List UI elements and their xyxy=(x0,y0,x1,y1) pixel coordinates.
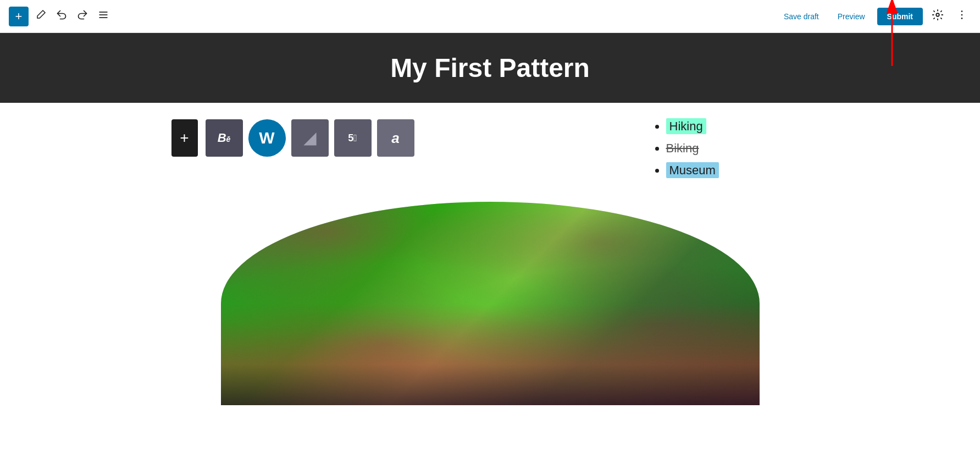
list-container: Hiking Biking Museum xyxy=(655,119,809,185)
settings-button[interactable] xyxy=(928,5,947,27)
title-bar: My First Pattern xyxy=(0,33,980,103)
hiking-item: Hiking xyxy=(666,118,706,134)
add-content-block-button[interactable]: + xyxy=(171,119,198,157)
image-background xyxy=(221,202,760,405)
wordpress-icon-block[interactable]: W xyxy=(248,119,286,157)
plus-icon: + xyxy=(15,9,23,24)
behance-icon-block[interactable]: Bē xyxy=(206,119,243,157)
bandcamp-symbol: ◢ xyxy=(304,129,316,147)
block-row: + Bē W ◢ 5⃝ a xyxy=(171,119,809,185)
undo-icon xyxy=(56,9,67,23)
add-block-button[interactable]: + xyxy=(9,7,29,26)
redo-icon xyxy=(77,9,88,23)
svg-point-8 xyxy=(961,18,963,19)
toolbar-right: Save draft Preview Submit xyxy=(777,5,971,27)
image-overlay-terrain xyxy=(221,303,760,405)
image-container xyxy=(221,202,760,405)
gear-icon xyxy=(932,9,944,24)
amazon-symbol: a xyxy=(391,130,399,147)
activity-list: Hiking Biking Museum xyxy=(655,119,809,178)
page-title: My First Pattern xyxy=(0,53,980,83)
bandcamp-icon-block[interactable]: ◢ xyxy=(291,119,329,157)
amazon-icon-block[interactable]: a xyxy=(377,119,414,157)
left-block: + Bē W ◢ 5⃝ a xyxy=(171,119,644,157)
svg-point-5 xyxy=(936,13,939,16)
list-view-button[interactable] xyxy=(95,6,112,26)
svg-point-6 xyxy=(961,10,963,12)
toolbar-left: + xyxy=(9,6,112,26)
hero-image xyxy=(221,202,760,405)
submit-button[interactable]: Submit xyxy=(877,8,923,25)
toolbar: + xyxy=(0,0,980,33)
preview-button[interactable]: Preview xyxy=(831,8,872,25)
ellipsis-icon xyxy=(956,9,968,24)
behance-symbol: Bē xyxy=(218,131,231,145)
redo-button[interactable] xyxy=(74,6,91,26)
500px-icon-block[interactable]: 5⃝ xyxy=(334,119,372,157)
biking-item: Biking xyxy=(666,141,699,155)
page-content: My First Pattern + Bē W xyxy=(0,33,980,475)
plus-icon-block: + xyxy=(180,129,189,147)
list-item: Hiking xyxy=(666,119,809,134)
list-item: Biking xyxy=(666,141,809,156)
edit-button[interactable] xyxy=(32,6,49,26)
save-draft-button[interactable]: Save draft xyxy=(777,8,826,25)
svg-point-7 xyxy=(961,14,963,16)
content-area: + Bē W ◢ 5⃝ a xyxy=(160,103,820,405)
undo-button[interactable] xyxy=(53,6,70,26)
social-icons-row: Bē W ◢ 5⃝ a xyxy=(206,119,644,157)
pencil-icon xyxy=(35,9,46,23)
wp-symbol: W xyxy=(259,129,274,147)
list-item: Museum xyxy=(666,163,809,178)
museum-item: Museum xyxy=(666,162,719,178)
500px-symbol: 5⃝ xyxy=(348,132,357,144)
list-icon xyxy=(98,9,109,23)
more-options-button[interactable] xyxy=(953,5,971,27)
